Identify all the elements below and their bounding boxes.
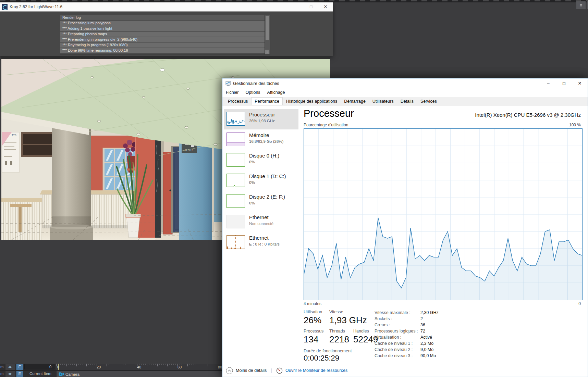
- resource-monitor-icon: [276, 367, 283, 374]
- log-line: *** Adding 1 passive lumi light: [60, 26, 265, 32]
- less-details-button[interactable]: Moins de détails: [236, 368, 267, 373]
- spec-row: Processeurs logiques :72: [375, 328, 439, 334]
- tab-services[interactable]: Services: [417, 97, 440, 105]
- tab-processus[interactable]: Processus: [224, 97, 251, 105]
- chevron-up-circle-icon[interactable]: [226, 367, 233, 374]
- spec-value: 9,0 Mo: [420, 347, 433, 352]
- graph-time-span: 4 minutes: [304, 301, 321, 306]
- spec-value: 2: [420, 316, 423, 321]
- panel-list-icon[interactable]: ≡: [576, 1, 586, 9]
- tm-menubar: FichierOptionsAffichage: [222, 89, 588, 97]
- tm-minimize-button[interactable]: –: [540, 78, 556, 89]
- envelope-button[interactable]: E: [16, 364, 23, 370]
- handles-label: Handles: [353, 329, 369, 334]
- log-line: *** Raytracing in progress (1920x1080): [60, 42, 265, 48]
- disk-mini-graph: [226, 174, 245, 187]
- uptime-label: Durée de fonctionnement: [304, 349, 352, 353]
- cpu-heading: Processeur: [304, 108, 354, 119]
- spec-label: Cache de niveau 3 :: [375, 353, 420, 358]
- sidebar-item-processeur-0[interactable]: Processeur26% 1,93 GHz: [224, 109, 298, 129]
- sidebar-item-name: Disque 2 (E: F:): [249, 194, 285, 200]
- menu-options[interactable]: Options: [242, 89, 264, 95]
- tm-maximize-button[interactable]: □: [556, 78, 572, 89]
- sidebar-item-ethernet-6[interactable]: EthernetE : 0 R : 0 Kbits/s: [224, 232, 298, 253]
- processus-label: Processus: [304, 329, 323, 334]
- spec-value: Activé: [420, 335, 432, 340]
- tab-utilisateurs[interactable]: Utilisateurs: [369, 97, 397, 105]
- tm-tabstrip: ProcessusPerformanceHistorique des appli…: [222, 97, 588, 105]
- tab-démarrage[interactable]: Démarrage: [341, 97, 369, 105]
- render-top-edge: [1, 56, 330, 59]
- kray-minimize-button[interactable]: –: [290, 3, 304, 11]
- sidebar-item-disque-1-d-c--3[interactable]: Disque 1 (D: C:)0%: [224, 171, 298, 191]
- svg-text:TYS: TYS: [12, 134, 16, 136]
- cpu-spec-list: Vitesse maximale :2,30 GHzSockets :2Cœur…: [375, 309, 439, 359]
- sidebar-item-sub: 0%: [249, 201, 255, 205]
- spec-label: Vitesse maximale :: [375, 310, 420, 315]
- red-door: [163, 152, 172, 234]
- envelope-button[interactable]: E: [16, 371, 23, 377]
- camera-icon: [59, 372, 64, 376]
- current-item-value: Camera: [65, 372, 79, 376]
- spec-row: Virtualisation :Activé: [375, 334, 439, 340]
- disk-mini-graph: [226, 153, 245, 167]
- sidebar-item-disque-0-h--2[interactable]: Disque 0 (H:)0%: [224, 150, 298, 171]
- log-line: *** Done 96% time remaining: 00:00:16: [60, 48, 265, 53]
- sidebar-item-name: Ethernet: [249, 214, 269, 220]
- cpu-model-name: Intel(R) Xeon(R) CPU E5-2696 v3 @ 2.30GH…: [475, 112, 581, 118]
- kray-titlebar[interactable]: Kray 2.62 for LightWave 11.6 – □ ✕: [0, 2, 333, 12]
- tab-historique-des-applications[interactable]: Historique des applications: [283, 97, 341, 105]
- menu-fichier[interactable]: Fichier: [222, 89, 242, 95]
- kray-close-button[interactable]: ✕: [318, 3, 333, 11]
- spec-value: 36: [420, 323, 425, 327]
- graph-time-end: 0: [578, 301, 581, 306]
- sidebar-item-name: Ethernet: [249, 235, 269, 241]
- ethernet-mini-graph: [226, 215, 245, 228]
- frame-stepper[interactable]: ◀▶: [5, 364, 15, 370]
- log-line: *** Prerendering in progress div=2 (960x…: [60, 37, 265, 42]
- render-log-panel: Render log *** Processing lumi polygons*…: [60, 15, 270, 55]
- open-resource-monitor-link[interactable]: Ouvrir le Moniteur de ressources: [285, 368, 347, 373]
- ethernet-mini-graph: [226, 235, 245, 249]
- spec-value: 2,30 GHz: [420, 310, 439, 315]
- sidebar-item-name: Disque 0 (H:): [249, 153, 279, 159]
- screen: ≡ Kray 2.62 for LightWave 11.6 – □ ✕ Ren…: [0, 0, 588, 377]
- sidebar-item-ethernet-5[interactable]: EthernetNon connecté: [224, 212, 298, 232]
- vitesse-value: 1,93 GHz: [329, 315, 367, 326]
- kray-maximize-button[interactable]: □: [304, 3, 318, 11]
- tm-titlebar[interactable]: Gestionnaire des tâches – □ ✕: [222, 78, 588, 89]
- kray-window-title: Kray 2.62 for LightWave 11.6: [10, 4, 290, 9]
- tm-close-button[interactable]: ✕: [572, 78, 588, 89]
- sidebar-item-mémoire-1[interactable]: Mémoire16,8/63,9 Go (26%): [224, 129, 298, 150]
- spec-value: 90,0 Mo: [420, 353, 436, 358]
- ruler-label-40: 40: [137, 365, 141, 369]
- spec-value: 2,3 Mo: [420, 341, 433, 346]
- render-log-scrollbar[interactable]: ≡: [265, 15, 270, 54]
- spec-label: Virtualisation :: [375, 335, 420, 340]
- graph-label: Pourcentage d'utilisation: [304, 123, 348, 127]
- threads-label: Threads: [329, 329, 345, 334]
- disk-mini-graph: [226, 194, 245, 208]
- menu-affichage[interactable]: Affichage: [264, 89, 289, 95]
- tab-performance[interactable]: Performance: [251, 97, 283, 105]
- tab-détails[interactable]: Détails: [397, 97, 417, 105]
- spec-row: Cache de niveau 1 :2,3 Mo: [375, 340, 439, 346]
- kray-window: Kray 2.62 for LightWave 11.6 – □ ✕ Rende…: [0, 2, 333, 56]
- sidebar-item-disque-2-e-f--4[interactable]: Disque 2 (E: F:)0%: [224, 191, 298, 212]
- timeline-playhead[interactable]: [58, 364, 59, 370]
- vitesse-label: Vitesse: [329, 310, 343, 314]
- tm-window-title: Gestionnaire des tâches: [233, 81, 540, 86]
- sidebar-item-sub: 0%: [249, 160, 255, 164]
- timeline-cut-label: m: [0, 372, 3, 376]
- cpu-usage-chart[interactable]: [304, 128, 583, 300]
- render-log-header: Render log: [60, 15, 265, 21]
- spec-label: Sockets :: [375, 316, 420, 321]
- scrollbar-thumb[interactable]: [266, 16, 269, 40]
- scrollbar-grip-icon[interactable]: ≡: [265, 50, 269, 54]
- frame-field[interactable]: 0: [24, 364, 54, 369]
- sidebar-divider: [300, 106, 300, 363]
- spec-row: Cache de niveau 2 :9,0 Mo: [375, 346, 439, 352]
- spec-row: Cœurs :36: [375, 322, 439, 328]
- kray-app-icon: [2, 4, 8, 10]
- item-stepper[interactable]: ◀▶: [5, 371, 15, 377]
